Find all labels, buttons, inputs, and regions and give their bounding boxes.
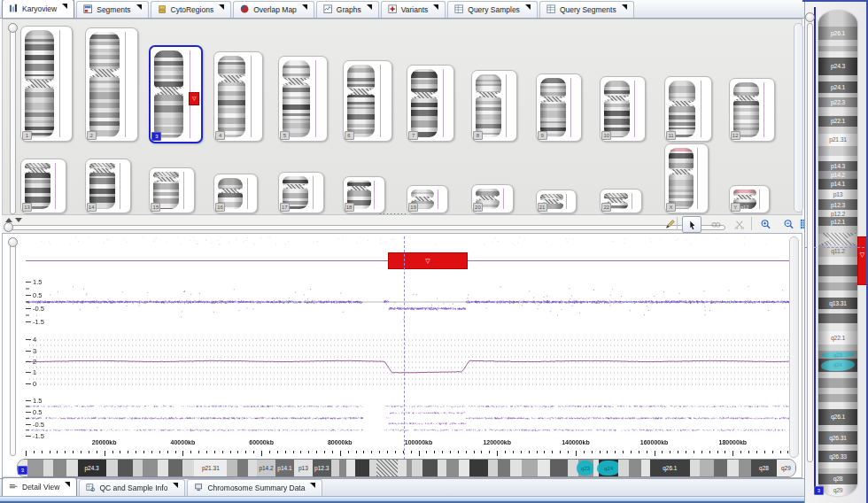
- segments-icon: [83, 4, 94, 15]
- strip-band: q24: [599, 460, 619, 476]
- chromosome-card-20[interactable]: 20: [471, 184, 514, 213]
- tab-corner-flag-icon[interactable]: [525, 4, 531, 10]
- chromosome-card-17[interactable]: 17: [278, 172, 324, 213]
- tab-corner-flag-icon[interactable]: [367, 4, 372, 10]
- strip-band: [488, 460, 498, 476]
- tab-corner-flag-icon[interactable]: [65, 482, 70, 487]
- karyoview-zoom-knob[interactable]: [8, 23, 18, 33]
- tab-corner-flag-icon[interactable]: [62, 4, 67, 9]
- chromosome-card-15[interactable]: 15: [149, 167, 195, 213]
- chromosome-card-12[interactable]: 12: [729, 78, 775, 142]
- tab-graphs[interactable]: Graphs: [316, 1, 379, 18]
- chromosome-number-badge: 19: [408, 203, 418, 212]
- chromosome-card-16[interactable]: 16: [213, 174, 258, 213]
- cnv-segment-marker[interactable]: ▽: [388, 252, 467, 269]
- detail-plots-canvas[interactable]: [3, 234, 803, 479]
- chromosome-sidebar[interactable]: p26.1p24.3p24.1p22.3p22.1p21.31p14.3p14.…: [804, 0, 868, 503]
- sidebar-band-p12.2: p12.2: [818, 210, 857, 217]
- strip-band: [43, 460, 53, 476]
- sidebar-band-p24.1: p24.1: [818, 81, 857, 93]
- window-top-edge: [802, 0, 868, 2]
- tab-corner-flag-icon[interactable]: [136, 4, 142, 10]
- annotation-track-line: [313, 176, 314, 209]
- sidebar-chromosome-badge: 3: [814, 486, 824, 495]
- chromosome-card-10[interactable]: 10: [600, 76, 646, 142]
- chromosome-card-7[interactable]: 7: [407, 65, 454, 142]
- strip-band: [369, 460, 376, 476]
- strip-band: [143, 460, 157, 476]
- tab-variants[interactable]: Variants: [381, 1, 446, 18]
- chromosome-card-6[interactable]: 6: [343, 60, 392, 142]
- detail-pan-slider[interactable]: [10, 239, 16, 456]
- karyoview-panel[interactable]: 123▽45678910111213141516171819202122Xq12…: [2, 19, 802, 215]
- chromosome-7-ideogram: [411, 69, 438, 137]
- tab-label: Chromosome Summary Data: [207, 484, 305, 492]
- chromosome-card-19[interactable]: 19: [407, 185, 448, 213]
- detail-zoom-slider[interactable]: [4, 225, 725, 230]
- chromosome-card-1[interactable]: 1: [20, 26, 73, 142]
- chromosome-card-13[interactable]: 13: [20, 159, 66, 213]
- chromosome-card-3[interactable]: 3▽: [149, 45, 203, 143]
- edit-pencil-button[interactable]: [661, 216, 678, 231]
- detail-scrollbar[interactable]: [789, 236, 799, 458]
- detail-view-panel[interactable]: ▽ p24.3p21.31p14.2p14.1p13p12.3q23q24q26…: [2, 233, 802, 478]
- bottom-tab-chromosome-summary-data[interactable]: Chromosome Summary Data: [187, 479, 322, 496]
- link-probes-button[interactable]: [707, 216, 725, 231]
- strip-chromosome-badge: 3: [18, 466, 27, 475]
- chromosome-card-14[interactable]: 14: [85, 159, 131, 213]
- karyoview-zoom-slider[interactable]: [10, 25, 16, 214]
- tab-query-samples[interactable]: Query Samples: [447, 1, 538, 18]
- x-axis-label: 40000kb: [171, 439, 196, 445]
- tab-corner-flag-icon[interactable]: [302, 4, 307, 10]
- strip-band: [641, 460, 650, 476]
- chromosome-card-5[interactable]: 5: [278, 56, 328, 142]
- chromosome-card-21[interactable]: 21: [536, 190, 577, 213]
- chromosome-card-11[interactable]: 11: [664, 76, 712, 142]
- cursor-select-button[interactable]: [682, 216, 701, 233]
- zoom-in-button[interactable]: [756, 216, 774, 231]
- sidebar-zoom-slider[interactable]: [807, 23, 813, 462]
- bottom-tab-detail-view[interactable]: Detail View: [2, 477, 77, 496]
- tab-corner-flag-icon[interactable]: [622, 4, 627, 10]
- tab-karyoview[interactable]: Karyoview: [2, 0, 74, 18]
- karyoview-scrollbar[interactable]: [794, 23, 803, 213]
- chromosome-card-8[interactable]: 8: [471, 70, 517, 142]
- chromosome-card-18[interactable]: 18: [343, 176, 385, 213]
- tab-label: Graphs: [337, 5, 361, 14]
- strip-band: [618, 460, 628, 476]
- splitter-handle[interactable]: ········: [379, 209, 407, 218]
- sidebar-zoom-knob[interactable]: [805, 12, 815, 22]
- tab-corner-flag-icon[interactable]: [433, 4, 438, 10]
- chromosome-number-badge: 12: [731, 131, 740, 140]
- tab-cytoregions[interactable]: CytoRegions: [151, 1, 232, 18]
- chromosome-card-Y[interactable]: q12Y: [729, 185, 770, 213]
- zoom-out-button[interactable]: [779, 216, 797, 231]
- app-window: KaryoviewSegmentsCytoRegionsOverlap MapG…: [0, 0, 868, 503]
- scissors-icon: [733, 219, 744, 229]
- segment-marker-glyph: ▽: [425, 258, 430, 265]
- tab-corner-flag-icon[interactable]: [173, 483, 178, 488]
- tab-query-segments[interactable]: Query Segments: [539, 1, 634, 18]
- chromosome-card-2[interactable]: 2: [85, 27, 138, 142]
- bottom-tab-qc-and-sample-info[interactable]: QC and Sample Info: [79, 479, 185, 496]
- detail-pan-knob[interactable]: [8, 237, 18, 247]
- scissors-button[interactable]: [730, 216, 748, 231]
- chromosome-ideogram-strip[interactable]: p24.3p21.31p14.2p14.1p13p12.3q23q24q26.1…: [17, 459, 796, 477]
- tab-segments[interactable]: Segments: [76, 1, 148, 18]
- detail-zoom-knob[interactable]: [4, 222, 13, 232]
- mini-cnv-marker[interactable]: ▽: [189, 92, 199, 105]
- query-segments-icon: [546, 4, 557, 15]
- sidebar-marker-glyph: ▽: [860, 252, 864, 259]
- chromosome-card-4[interactable]: 4: [213, 51, 263, 142]
- tab-corner-flag-icon[interactable]: [310, 483, 315, 488]
- chromosome-card-X[interactable]: X: [664, 143, 709, 213]
- chromosome-8-ideogram: [476, 74, 501, 137]
- tab-overlap-map[interactable]: Overlap Map: [233, 1, 314, 18]
- strip-band: [422, 460, 438, 476]
- collapse-down-icon[interactable]: [15, 218, 22, 222]
- chromosome-card-22[interactable]: 22: [600, 189, 642, 213]
- sidebar-chromosome-ideogram[interactable]: p26.1p24.3p24.1p22.3p22.1p21.31p14.3p14.…: [818, 11, 857, 496]
- chromosome-card-9[interactable]: 9: [536, 74, 582, 142]
- annotation-track-line: [183, 172, 184, 209]
- tab-corner-flag-icon[interactable]: [219, 4, 224, 10]
